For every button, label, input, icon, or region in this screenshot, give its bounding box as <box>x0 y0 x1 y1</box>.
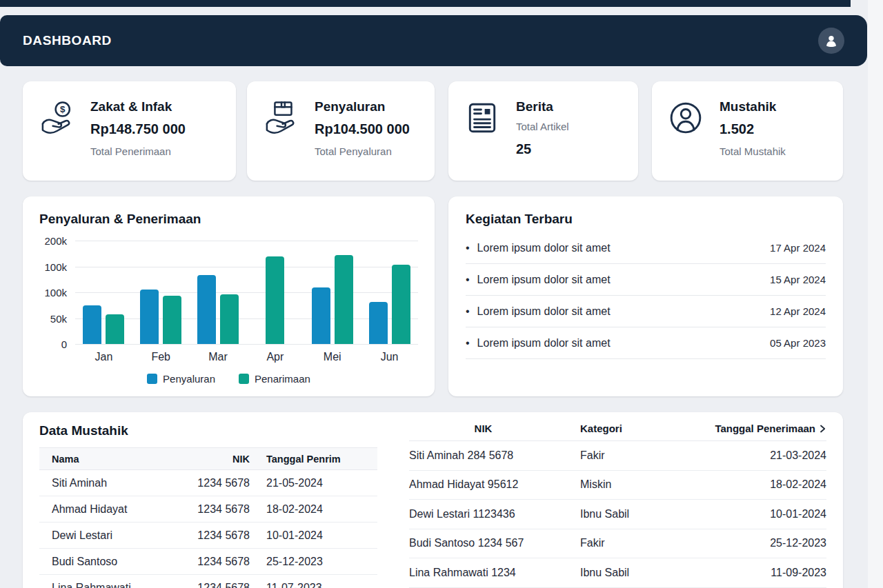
bar-chart: 200k100k100k50k0 JanFebMarAprMeiJun <box>39 241 418 363</box>
cell-tanggal: 21-05-2024 <box>250 477 377 489</box>
kegiatan-card: Kegiatan Terbaru •Lorem ipsum dolor sit … <box>448 196 843 396</box>
stat-caption: Total Mustahik <box>720 145 786 157</box>
bar-group-mar <box>195 241 241 344</box>
cell-tanggal: 21-03-2024 <box>695 449 826 462</box>
x-tick-label: Mei <box>310 351 355 363</box>
right-table-header: NIK Kategori Tanggal Penerimaan <box>409 416 826 441</box>
penyaluran-icon <box>264 101 301 181</box>
kegiatan-date: 12 Apr 2024 <box>770 305 826 317</box>
cell-kategori: Fakir <box>557 449 695 462</box>
kegiatan-item[interactable]: •Lorem ipsum dolor sit amet15 Apr 2024 <box>466 264 826 296</box>
page-title: DASHBOARD <box>23 33 112 48</box>
cell-nama-nik: Ahmad Hidayat 95612 <box>409 478 557 491</box>
stat-card-penyaluran[interactable]: Penyaluran Rp104.500 000 Total Penyalura… <box>247 81 435 181</box>
table-row[interactable]: Dewi Lestari 1123436Ibnu Sabil10-01-2024 <box>409 500 826 529</box>
x-tick-label: Feb <box>138 351 183 363</box>
penarimaan-bar[interactable] <box>266 256 284 345</box>
x-tick-label: Mar <box>195 351 241 363</box>
table-row[interactable]: Budi Santoso 1234 567Fakir25-12-2023 <box>409 529 826 559</box>
penerimaan-section: NIK Kategori Tanggal Penerimaan Siti Ami… <box>409 416 826 588</box>
kegiatan-date: 17 Apr 2024 <box>770 242 826 254</box>
stat-value: Rp104.500 000 <box>315 121 410 137</box>
kegiatan-item[interactable]: •Lorem ipsum dolor sit amet17 Apr 2024 <box>466 232 826 264</box>
cell-nama-nik: Dewi Lestari 1123436 <box>409 508 557 520</box>
col-header-nama[interactable]: Nama <box>39 454 170 465</box>
cell-nama: Ahmad Hidayat <box>39 503 170 516</box>
table-row[interactable]: Siti Aminah1234 567821-05-2024 <box>39 470 377 496</box>
cell-nama: Siti Aminah <box>39 477 170 489</box>
legend-item-penarimaan[interactable]: Penarimaan <box>239 373 310 385</box>
stat-caption: Total Artikel <box>516 121 569 132</box>
stat-card-text: Mustahik 1.502 Total Mustahik <box>720 99 786 181</box>
cell-nik: 1234 5678 <box>170 477 250 489</box>
penyaluran-bar[interactable] <box>83 305 101 344</box>
bar-group-jun <box>367 241 413 344</box>
cell-tanggal: 25-12-2023 <box>250 556 377 568</box>
gridline <box>75 344 418 345</box>
dashboard-page: { "header": { "title": "DASHBOARD" }, "i… <box>0 0 883 588</box>
stat-card-mustahik[interactable]: Mustahik 1.502 Total Mustahik <box>652 81 843 181</box>
cell-nik: 1234 5678 <box>170 582 250 588</box>
table-row[interactable]: Budi Santoso1234 567825-12-2023 <box>39 549 377 575</box>
stat-value: 25 <box>516 141 569 157</box>
bar-group-jan <box>81 241 126 344</box>
col-header-tanggal-penerimaan-label: Tanggal Penerimaan <box>715 423 815 434</box>
stat-card-text: Zakat & Infak Rp148.750 000 Total Peneri… <box>90 99 186 181</box>
kegiatan-list: •Lorem ipsum dolor sit amet17 Apr 2024•L… <box>466 232 826 359</box>
penyaluran-bar[interactable] <box>197 275 216 345</box>
penarimaan-bar[interactable] <box>392 265 410 344</box>
cell-tanggal: 10-01-2024 <box>695 508 826 520</box>
y-tick-label: 0 <box>61 338 67 350</box>
legend-swatch <box>147 374 157 384</box>
bullet-icon: • <box>466 242 470 254</box>
kegiatan-date: 05 Apr 2023 <box>770 337 826 349</box>
kegiatan-item[interactable]: •Lorem ipsum dolor sit amet05 Apr 2023 <box>466 327 826 359</box>
stat-value: 1.502 <box>720 121 786 137</box>
stat-card-berita[interactable]: Berita Total Artikel 25 <box>448 81 638 181</box>
chevron-right-icon <box>819 424 826 434</box>
chart-title: Penyaluran & Penerimaan <box>39 212 418 227</box>
col-header-nik[interactable]: NIK <box>170 454 250 465</box>
penarimaan-bar[interactable] <box>163 296 181 344</box>
table-row[interactable]: Dewi Lestari1234 567810-01-2024 <box>39 523 377 549</box>
table-row[interactable]: Ahmad Hidayat 95612Miskin18-02-2024 <box>409 471 826 500</box>
penyaluran-bar[interactable] <box>312 287 330 345</box>
col-header-tanggal-penerimaan[interactable]: Tanggal Penerimaan <box>695 423 826 434</box>
x-axis-labels: JanFebMarAprMeiJun <box>75 351 418 363</box>
mustahik-tables-card: Data Mustahik Nama NIK Tanggal Penrim Si… <box>23 412 843 588</box>
stat-card-zakat-infak[interactable]: $ Zakat & Infak Rp148.750 000 Total Pene… <box>23 81 236 181</box>
berita-icon <box>465 101 502 181</box>
table-row[interactable]: Lina Rahmawati 1234Ibnu Sabil11-09-2023 <box>409 558 826 588</box>
col-header-tanggal-penrim[interactable]: Tanggal Penrim <box>250 454 377 465</box>
top-edge-strip <box>0 0 851 7</box>
cell-kategori: Ibnu Sabil <box>557 567 695 579</box>
table-row[interactable]: Lina Rahmawati1234 567811-07-2023 <box>39 575 377 588</box>
cell-tanggal: 11-09-2023 <box>695 567 826 579</box>
penyaluran-bar[interactable] <box>140 290 159 344</box>
cell-nik: 1234 5678 <box>170 503 250 516</box>
avatar[interactable] <box>818 28 844 54</box>
cell-tanggal: 18-02-2024 <box>250 503 377 516</box>
cell-tanggal: 11-07-2023 <box>250 582 377 588</box>
cell-nama: Budi Santoso <box>39 556 170 568</box>
cell-nama-nik: Budi Santoso 1234 567 <box>409 537 557 549</box>
table-row[interactable]: Ahmad Hidayat1234 567818-02-2024 <box>39 496 377 523</box>
stat-title: Zakat & Infak <box>90 99 186 114</box>
col-header-kategori[interactable]: Kategori <box>557 423 695 434</box>
user-avatar-icon <box>823 32 840 49</box>
kegiatan-item[interactable]: •Lorem ipsum dolor sit amet12 Apr 2024 <box>466 296 826 327</box>
y-tick-label: 50k <box>50 312 67 324</box>
stat-title: Penyaluran <box>315 99 410 114</box>
penarimaan-bar[interactable] <box>106 314 124 345</box>
table-row[interactable]: Siti Aminah 284 5678Fakir21-03-2024 <box>409 441 826 471</box>
stat-title: Mustahik <box>720 99 786 114</box>
right-scroll-gutter[interactable] <box>868 0 883 588</box>
cell-tanggal: 10-01-2024 <box>250 529 377 542</box>
stat-caption: Total Penyaluran <box>315 145 410 157</box>
penyaluran-bar[interactable] <box>369 302 388 345</box>
penarimaan-bar[interactable] <box>335 255 353 344</box>
legend-item-penyaluran[interactable]: Penyaluran <box>147 373 215 385</box>
cell-kategori: Ibnu Sabil <box>557 508 695 520</box>
col-header-nik[interactable]: NIK <box>409 423 557 434</box>
penarimaan-bar[interactable] <box>220 294 239 344</box>
